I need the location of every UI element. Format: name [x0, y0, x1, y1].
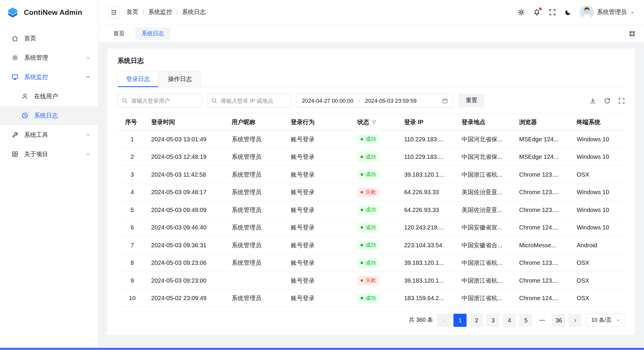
sidebar-item-1[interactable]: 系统管理: [0, 48, 98, 67]
cell-behavior: 账号登录: [287, 130, 353, 148]
cell-location: 中国安徽省宣...: [458, 219, 515, 236]
page-title: 系统日志: [118, 57, 625, 65]
cell-ip: 120.243.218....: [400, 219, 458, 236]
tool-icon: [12, 132, 19, 139]
content-area: 系统日志 登录日志操作日志 2024-04-27 00:00:00: [99, 43, 644, 350]
cell-behavior: 账号登录: [287, 289, 353, 307]
reset-button[interactable]: 重置: [458, 94, 485, 107]
open-tab-0[interactable]: 首页: [107, 27, 131, 39]
user-search-input[interactable]: [118, 94, 202, 107]
pagination-pages: 12345•••36: [437, 314, 582, 327]
table-row: 52024-05-03 09:48:09系统管理员账号登录成功64.226.93…: [118, 201, 625, 218]
breadcrumb-item[interactable]: 首页: [126, 8, 138, 16]
sidebar-item-4[interactable]: 系统日志: [0, 106, 98, 125]
dark-mode-button[interactable]: [564, 8, 572, 16]
user-icon: [21, 93, 29, 100]
status-dot: [361, 209, 363, 211]
column-header[interactable]: 状态: [353, 113, 400, 130]
table-row: 62024-05-03 09:46:40系统管理员账号登录成功120.243.2…: [118, 219, 625, 236]
pagination: 共 360 条 12345•••36 10 条/页: [118, 314, 625, 327]
cell-os: Windows 10: [572, 201, 625, 218]
cell-ip: 110.229.183....: [400, 148, 458, 166]
cell-nickname: 系统管理员: [227, 183, 287, 201]
log-tab-1[interactable]: 操作日志: [159, 71, 200, 87]
avatar: [580, 5, 594, 19]
download-button[interactable]: [589, 97, 596, 104]
download-icon: [589, 97, 596, 104]
cell-behavior: 账号登录: [287, 236, 353, 254]
cell-os: Windows 10: [572, 130, 625, 148]
page-button-4[interactable]: 4: [503, 314, 516, 327]
cell-browser: MSEdge 124...: [515, 130, 573, 148]
sidebar-item-6[interactable]: 关于项目: [0, 145, 98, 164]
pagination-ellipsis[interactable]: •••: [536, 314, 549, 327]
app-logo-icon: [6, 5, 20, 19]
breadcrumb-separator: /: [143, 9, 144, 15]
settings-icon: [12, 54, 19, 61]
status-badge: 成功: [357, 240, 379, 250]
chevron-down-icon: [616, 318, 621, 323]
tab-options-button[interactable]: [628, 30, 636, 37]
breadcrumb-item: 系统日志: [182, 8, 206, 16]
page-button-1[interactable]: 1: [454, 314, 467, 327]
ip-search-input[interactable]: [207, 94, 292, 107]
open-tab-1[interactable]: 系统日志: [135, 27, 170, 39]
user-menu[interactable]: 系统管理员: [580, 5, 635, 19]
cell-status: 成功: [353, 166, 400, 183]
date-range-picker[interactable]: 2024-04-27 00:00:00 - 2024-05-03 23:59:5…: [297, 94, 453, 107]
notifications-button[interactable]: [533, 8, 540, 16]
status-dot: [361, 226, 363, 229]
chevron-up-icon: [86, 74, 91, 80]
calendar-icon: [442, 98, 448, 104]
pagination-next-button[interactable]: [569, 314, 582, 327]
page-size-value: 10 条/页: [591, 317, 612, 324]
page-button-36[interactable]: 36: [552, 314, 565, 327]
sidebar-item-2[interactable]: 系统监控: [0, 67, 98, 87]
cell-behavior: 账号登录: [287, 166, 353, 183]
column-label: 用户昵称: [232, 118, 255, 125]
settings-button[interactable]: [517, 8, 525, 16]
breadcrumb-separator: /: [176, 9, 178, 15]
sidebar-item-5[interactable]: 系统工具: [0, 125, 98, 145]
column-label: 登录时间: [151, 118, 175, 125]
fullscreen-button[interactable]: [548, 8, 556, 16]
sidebar-item-3[interactable]: 在线用户: [0, 87, 98, 106]
cell-nickname: 系统管理员: [227, 201, 287, 218]
breadcrumb-item[interactable]: 系统监控: [148, 8, 172, 16]
cell-browser: MicroMesse...: [515, 236, 573, 254]
chevron-right-icon: [572, 318, 578, 323]
cell-nickname: 系统管理员: [227, 289, 287, 307]
page-button-5[interactable]: 5: [519, 314, 532, 327]
expand-icon: [618, 97, 625, 104]
username: 系统管理员: [597, 8, 627, 16]
column-label: 登录 IP: [404, 118, 423, 125]
cell-login-time: 2024-05-03 09:48:17: [147, 183, 227, 201]
status-dot: [361, 191, 363, 193]
cell-login-time: 2024-05-03 13:01:49: [147, 130, 227, 148]
status-dot: [361, 156, 363, 158]
app-logo[interactable]: ContiNew Admin: [0, 0, 98, 25]
sidebar-menu: 首页系统管理系统监控在线用户系统日志系统工具关于项目: [0, 25, 98, 164]
pagination-prev-button[interactable]: [437, 314, 450, 327]
cell-location: 美国佐治亚亚...: [458, 183, 515, 201]
log-tab-0[interactable]: 登录日志: [118, 71, 159, 87]
sidebar-item-label: 系统监控: [24, 73, 80, 81]
table-header-row: 序号登录时间用户昵称登录行为状态登录 IP登录地点浏览器终端系统: [118, 113, 625, 130]
status-badge: 失败: [357, 276, 379, 285]
cell-index: 7: [118, 236, 147, 254]
cell-nickname: 系统管理员: [227, 166, 287, 183]
status-badge: 成功: [357, 293, 379, 303]
cell-ip: 39.183.120.1...: [400, 166, 458, 183]
topbar: 首页/系统监控/系统日志 系统管理员: [99, 0, 644, 25]
apps-icon: [12, 151, 19, 158]
table-row: 72024-05-03 09:36:31系统管理员账号登录成功223.104.3…: [118, 236, 625, 254]
log-type-tabs: 登录日志操作日志: [118, 71, 625, 87]
page-button-2[interactable]: 2: [470, 314, 483, 327]
status-badge: 失败: [357, 187, 379, 197]
sidebar-item-0[interactable]: 首页: [0, 29, 98, 48]
refresh-button[interactable]: [604, 97, 611, 104]
table-fullscreen-button[interactable]: [618, 97, 625, 104]
page-size-select[interactable]: 10 条/页: [587, 314, 625, 327]
sidebar-collapse-button[interactable]: [107, 6, 120, 18]
page-button-3[interactable]: 3: [486, 314, 499, 327]
